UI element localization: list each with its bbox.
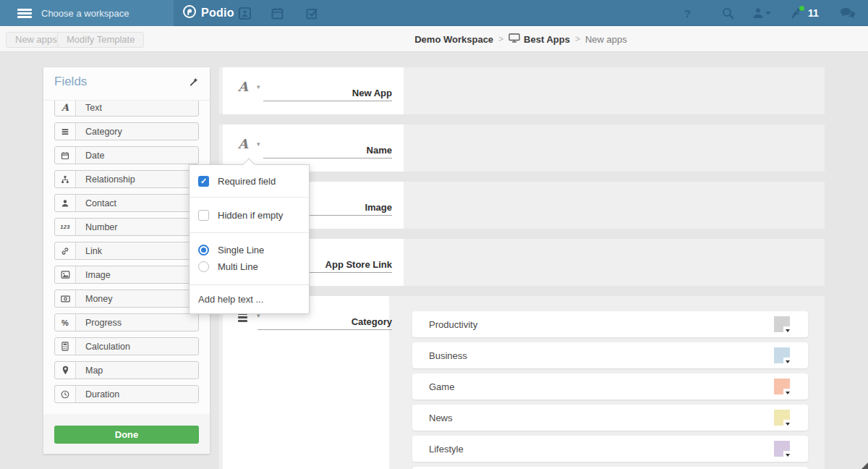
field-title[interactable]: Category [258,316,392,327]
fields-panel-footer: Done [43,414,210,454]
sidebar-item-link[interactable]: Link [54,242,199,260]
category-option-lifestyle[interactable]: Lifestyle [412,436,808,462]
menu-icon[interactable] [17,9,32,18]
field-type-label: Image [76,266,111,283]
field-title-underline [258,329,392,330]
workspace-selector-label[interactable]: Choose a workspace [41,8,129,19]
breadcrumb-workspace[interactable]: Demo Workspace [414,34,493,45]
tasks-icon[interactable] [306,0,318,26]
sidebar-item-text[interactable]: AText [54,100,199,117]
map-icon [55,362,76,379]
field-type-label: Calculation [76,338,130,355]
field-settings-popup: ✓ Required field Hidden if empty Single … [189,164,310,314]
resize-grip[interactable] [861,462,868,469]
text-field-icon[interactable]: A [238,79,248,94]
sidebar-item-money[interactable]: Money [54,290,199,308]
add-help-text-link[interactable]: Add help text ... [190,284,309,313]
field-type-label: Progress [76,314,122,331]
sidebar-item-contact[interactable]: Contact [54,194,199,212]
number-icon: 123 [55,219,76,235]
calendar-icon[interactable] [271,0,284,26]
multi-line-radio[interactable] [198,261,209,272]
sidebar-item-calculation[interactable]: Calculation [54,337,199,355]
field-type-label: Date [76,147,104,164]
sidebar-item-image[interactable]: Image [54,266,199,284]
chat-icon[interactable] [840,0,856,26]
swatch-caret-icon[interactable] [783,451,792,460]
podio-logo[interactable]: Podio [182,0,234,26]
swatch-caret-icon[interactable] [783,420,792,428]
multi-line-row[interactable]: Multi Line [190,258,309,275]
text-field-icon[interactable]: A [238,136,248,151]
field-card[interactable]: ▾ Category [223,296,389,469]
notifications-icon[interactable]: 11 [790,0,819,26]
breadcrumb-app[interactable]: Best Apps [524,34,570,45]
wand-icon[interactable] [189,76,200,90]
field-card[interactable]: A ▾ New App [223,67,404,114]
field-type-label: Link [76,242,102,259]
field-row-image: Image [219,182,825,229]
field-type-label: Money [76,290,113,307]
text-icon: A [55,100,76,116]
podio-logo-icon [182,4,197,22]
hidden-if-empty-row[interactable]: Hidden if empty [190,197,309,232]
sidebar-item-relationship[interactable]: Relationship [54,170,199,188]
contacts-icon[interactable] [239,0,251,26]
field-row-app-store-link: App Store Link [219,239,825,286]
field-title-underline [263,101,392,101]
field-title[interactable]: New App [263,88,392,98]
swatch-caret-icon[interactable] [783,389,792,397]
brand-name: Podio [201,7,234,20]
field-type-label: Contact [76,195,116,211]
hidden-checkbox[interactable] [198,210,209,221]
sidebar-item-duration[interactable]: Duration [54,385,199,403]
field-type-label: Duration [76,386,119,402]
category-option-productivity[interactable]: Productivity [412,311,808,337]
app-toolbar: New apps Modify Template Demo Workspace … [0,26,868,52]
category-option-label[interactable]: Lifestyle [429,436,464,462]
link-icon [55,242,76,259]
category-option-label[interactable]: Productivity [429,311,477,337]
notification-count: 11 [808,7,819,19]
field-type-label: Category [76,123,122,140]
chevron-down-icon[interactable]: ▾ [257,140,260,148]
category-option-label[interactable]: Business [429,342,467,368]
done-button[interactable]: Done [54,426,199,444]
money-icon [55,290,76,307]
sidebar-item-category[interactable]: Category [54,122,199,140]
required-field-row[interactable]: ✓ Required field [190,165,309,197]
sidebar-item-map[interactable]: Map [54,361,199,379]
monitor-icon [509,33,520,45]
fields-panel-title: Fields [54,75,87,89]
category-option-label[interactable]: News [429,405,453,431]
category-option-label[interactable]: Game [429,373,454,400]
calculation-icon [55,338,76,355]
category-option-game[interactable]: Game [412,373,808,400]
field-type-label: Number [76,219,117,235]
notification-dot [799,6,804,11]
fields-panel: Fields ATextCategoryDateRelationshipCont… [43,67,210,454]
swatch-caret-icon[interactable] [783,358,792,366]
sidebar-item-number[interactable]: 123Number [54,218,199,236]
required-checkbox[interactable]: ✓ [198,176,209,187]
help-icon[interactable]: ? [684,0,691,26]
chevron-down-icon[interactable]: ▾ [257,83,260,90]
workspace-selector[interactable]: Choose a workspace [0,0,174,26]
sidebar-item-progress[interactable]: %Progress [54,313,199,331]
modify-template-button[interactable]: Modify Template [57,32,144,48]
field-row-name: A ▾ Name [219,124,825,172]
single-line-row[interactable]: Single Line [190,242,309,258]
date-icon [55,147,76,164]
user-menu-icon[interactable] [752,0,771,26]
single-line-radio[interactable] [198,245,209,255]
search-icon[interactable] [722,0,734,26]
category-option-business[interactable]: Business [412,342,808,368]
swatch-caret-icon[interactable] [783,326,792,335]
breadcrumb-page: New apps [585,34,627,45]
sidebar-item-date[interactable]: Date [54,146,199,164]
category-option-news[interactable]: News [412,405,808,431]
podio-app-builder: Choose a workspace Podio ? [0,0,868,469]
top-navigation-bar: Choose a workspace Podio ? [0,0,868,26]
relationship-icon [55,171,76,187]
field-title[interactable]: Name [263,145,392,156]
